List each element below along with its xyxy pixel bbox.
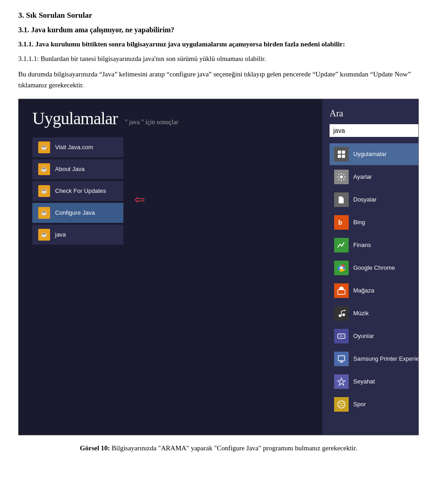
svg-point-4 <box>340 176 343 178</box>
apps-subtitle: " java " için sonuçlar <box>125 119 178 126</box>
category-spor[interactable]: Spor <box>330 393 419 415</box>
caption-text: Bilgisayarınızda "ARAMA" yaparak "Config… <box>112 444 357 452</box>
muzik-icon <box>334 306 349 321</box>
app-label-3: Configure Java <box>55 209 95 216</box>
java-icon-2: ☕ <box>38 185 51 197</box>
app-label-4: java <box>55 231 66 238</box>
category-muzik[interactable]: Müzik <box>330 302 419 324</box>
dosyalar-icon <box>334 192 349 207</box>
section-heading: 3. Sık Sorulan Sorular <box>18 9 419 21</box>
category-label-4: Finans <box>353 242 419 248</box>
oyunlar-icon <box>334 329 349 343</box>
category-oyunlar[interactable]: Oyunlar <box>330 325 419 347</box>
apps-panel: Uygulamalar " java " için sonuçlar ☕ Vis… <box>19 99 322 435</box>
samsung-icon <box>334 352 349 366</box>
svg-rect-2 <box>338 155 341 158</box>
paragraph1: 3.1.1.1: Bunlardan bir tanesi bilgisayar… <box>18 53 419 64</box>
category-label-0: Uygulamalar <box>353 151 419 157</box>
app-item-check-updates[interactable]: ☕ Check For Updates <box>32 181 123 201</box>
svg-point-14 <box>338 401 345 408</box>
bing-icon: b <box>334 215 349 230</box>
screenshot: Uygulamalar " java " için sonuçlar ☕ Vis… <box>18 99 419 435</box>
category-label-6: Mağaza <box>353 287 419 294</box>
apps-header: Uygulamalar " java " için sonuçlar <box>32 108 309 128</box>
app-label-2: Check For Updates <box>55 187 106 194</box>
app-label-0: Visit Java.com <box>55 144 93 151</box>
svg-rect-0 <box>338 151 341 154</box>
seyahat-icon <box>334 374 349 389</box>
svg-rect-8 <box>338 290 345 294</box>
category-dosyalar[interactable]: Dosyalar 5 <box>330 189 419 211</box>
app-item-java[interactable]: ☕ java <box>32 225 123 245</box>
search-box[interactable]: ✕ 🔍 <box>330 124 419 137</box>
svg-point-12 <box>342 336 343 337</box>
chrome-icon <box>334 261 349 275</box>
app-item-configure-java[interactable]: ☕ Configure Java <box>32 203 123 223</box>
search-input[interactable] <box>330 124 417 137</box>
category-label-9: Samsung Printer Experience <box>353 355 419 362</box>
spor-icon <box>334 397 349 412</box>
java-icon-0: ☕ <box>38 141 51 154</box>
svg-point-10 <box>342 313 345 316</box>
search-panel: Ara ✕ 🔍 Uygulamalar 5 Ayarlar 1 <box>322 99 419 435</box>
app-item-about-java[interactable]: ☕ About Java <box>32 159 123 179</box>
category-label-2: Dosyalar <box>353 196 419 203</box>
category-seyahat[interactable]: Seyahat <box>330 371 419 393</box>
paragraph2: Bu durumda bilgisayarınızda “Java” kelim… <box>18 69 419 91</box>
ayarlar-icon <box>334 170 349 184</box>
java-icon-3: ☕ <box>38 207 51 219</box>
category-finans[interactable]: Finans <box>330 234 419 256</box>
java-icon-1: ☕ <box>38 163 51 176</box>
category-samsung[interactable]: Samsung Printer Experience <box>330 348 419 370</box>
category-ayarlar[interactable]: Ayarlar 1 <box>330 166 419 188</box>
svg-rect-3 <box>342 155 345 158</box>
category-label-5: Google Chrome <box>353 264 419 271</box>
app-item-visit-java[interactable]: ☕ Visit Java.com <box>32 137 123 157</box>
search-panel-title: Ara <box>330 108 419 119</box>
java-icon-4: ☕ <box>38 228 51 241</box>
left-arrow-icon: ⇦ <box>134 192 145 207</box>
category-magaza[interactable]: Mağaza <box>330 280 419 302</box>
category-label-3: Bing <box>353 219 419 226</box>
category-label-1: Ayarlar <box>353 173 419 180</box>
category-label-10: Seyahat <box>353 378 419 385</box>
svg-rect-1 <box>342 151 345 154</box>
apps-title: Uygulamalar <box>32 108 117 128</box>
category-uygulamalar[interactable]: Uygulamalar 5 <box>330 143 419 165</box>
app-label-1: About Java <box>55 166 85 172</box>
category-google-chrome[interactable]: Google Chrome <box>330 257 419 279</box>
category-label-11: Spor <box>353 401 419 408</box>
svg-point-9 <box>339 314 341 317</box>
search-clear-button[interactable]: ✕ <box>417 125 419 136</box>
subsection-heading1: 3.1. Java kurdum ama çalışmıyor, ne yapa… <box>18 24 419 36</box>
caption-bold: Görsel 10: <box>80 444 110 452</box>
finans-icon <box>334 238 349 252</box>
caption: Görsel 10: Bilgisayarınızda "ARAMA" yapa… <box>18 443 419 454</box>
uygulamalar-icon <box>334 147 349 161</box>
svg-rect-13 <box>338 356 345 361</box>
svg-text:b: b <box>338 219 342 226</box>
category-label-8: Oyunlar <box>353 333 419 339</box>
subsection-heading2: 3.1.1. Java kurulumu bittikten sonra bil… <box>18 39 419 50</box>
category-label-7: Müzik <box>353 310 419 317</box>
magaza-icon <box>334 283 349 298</box>
category-bing[interactable]: b Bing <box>330 212 419 233</box>
